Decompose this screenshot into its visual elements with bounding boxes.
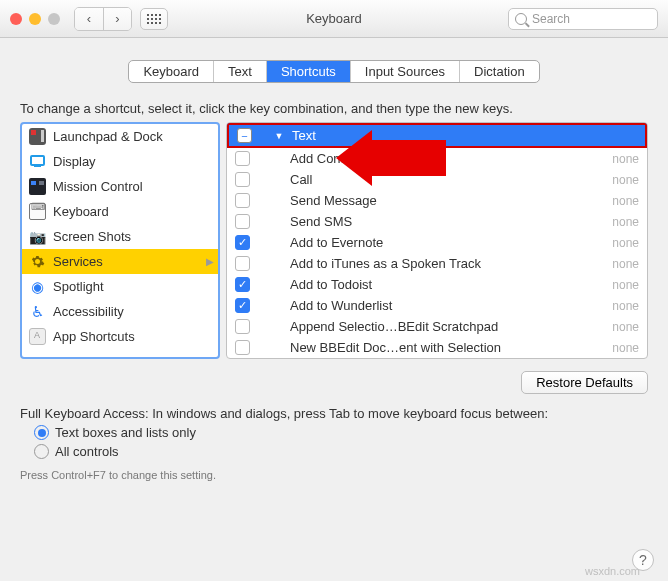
tab-text[interactable]: Text <box>213 61 266 82</box>
shortcut-value[interactable]: none <box>612 299 639 313</box>
group-checkbox[interactable]: − <box>237 128 252 143</box>
segmented-control: Keyboard Text Shortcuts Input Sources Di… <box>128 60 539 83</box>
service-row[interactable]: Send Messagenone <box>227 190 647 211</box>
shortcut-value[interactable]: none <box>612 341 639 355</box>
watermark-label: wsxdn.com <box>585 565 640 577</box>
shortcut-value[interactable]: none <box>612 215 639 229</box>
shortcut-value[interactable]: none <box>612 320 639 334</box>
service-row[interactable]: Add to iTunes as a Spoken Tracknone <box>227 253 647 274</box>
service-label: Add to Evernote <box>290 235 383 250</box>
shortcut-value[interactable]: none <box>612 257 639 271</box>
category-item-screenshots[interactable]: 📷Screen Shots <box>22 224 218 249</box>
category-label: Screen Shots <box>53 229 131 244</box>
service-label: Add to iTunes as a Spoken Track <box>290 256 481 271</box>
fka-intro-label: Full Keyboard Access: In windows and dia… <box>20 406 648 421</box>
window-title: Keyboard <box>306 11 362 26</box>
back-button[interactable]: ‹ <box>75 8 103 30</box>
service-row[interactable]: ✓Add to Evernotenone <box>227 232 647 253</box>
category-item-app-shortcuts[interactable]: App Shortcuts <box>22 324 218 349</box>
traffic-lights <box>10 13 60 25</box>
restore-defaults-button[interactable]: Restore Defaults <box>521 371 648 394</box>
service-row[interactable]: Append Selectio…BEdit Scratchpadnone <box>227 316 647 337</box>
service-checkbox[interactable] <box>235 151 250 166</box>
service-row[interactable]: New BBEdit Doc…ent with Selectionnone <box>227 337 647 358</box>
category-label: Display <box>53 154 96 169</box>
service-checkbox[interactable]: ✓ <box>235 298 250 313</box>
accessibility-icon: ♿︎ <box>29 303 46 320</box>
service-row[interactable]: ✓Add to Todoistnone <box>227 274 647 295</box>
disclosure-triangle-icon[interactable]: ▼ <box>272 131 286 141</box>
gear-icon <box>29 253 46 270</box>
fka-hint-label: Press Control+F7 to change this setting. <box>0 459 668 481</box>
tab-keyboard[interactable]: Keyboard <box>129 61 213 82</box>
service-checkbox[interactable] <box>235 172 250 187</box>
category-item-accessibility[interactable]: ♿︎Accessibility <box>22 299 218 324</box>
service-row[interactable]: ✓Add to Wunderlistnone <box>227 295 647 316</box>
service-label: Append Selectio…BEdit Scratchpad <box>290 319 498 334</box>
zoom-window-button[interactable] <box>48 13 60 25</box>
camera-icon: 📷 <box>29 228 46 245</box>
fka-option-textboxes[interactable]: Text boxes and lists only <box>34 425 648 440</box>
arrow-head-icon <box>336 130 372 186</box>
tab-shortcuts[interactable]: Shortcuts <box>266 61 350 82</box>
fka-option-label: All controls <box>55 444 119 459</box>
category-label: Keyboard <box>53 204 109 219</box>
search-placeholder: Search <box>532 12 570 26</box>
service-label: Add to Wunderlist <box>290 298 392 313</box>
shortcut-value[interactable]: none <box>612 173 639 187</box>
search-icon <box>515 13 527 25</box>
service-label: Add to Todoist <box>290 277 372 292</box>
service-checkbox[interactable] <box>235 319 250 334</box>
category-item-spotlight[interactable]: ◉Spotlight <box>22 274 218 299</box>
nav-group: ‹ › <box>74 7 132 31</box>
service-checkbox[interactable] <box>235 193 250 208</box>
minimize-window-button[interactable] <box>29 13 41 25</box>
radio-on-icon[interactable] <box>34 425 49 440</box>
search-field[interactable]: Search <box>508 8 658 30</box>
keyboard-icon <box>29 203 46 220</box>
mission-control-icon <box>29 178 46 195</box>
instructions-label: To change a shortcut, select it, click t… <box>0 83 668 122</box>
tab-dictation[interactable]: Dictation <box>459 61 539 82</box>
show-all-button[interactable] <box>140 8 168 30</box>
category-label: Spotlight <box>53 279 104 294</box>
shortcut-value[interactable]: none <box>612 278 639 292</box>
category-item-display[interactable]: Display <box>22 149 218 174</box>
category-label: Accessibility <box>53 304 124 319</box>
radio-off-icon[interactable] <box>34 444 49 459</box>
service-label: Send SMS <box>290 214 352 229</box>
service-row[interactable]: Send SMSnone <box>227 211 647 232</box>
category-item-launchpad[interactable]: Launchpad & Dock <box>22 124 218 149</box>
spotlight-icon: ◉ <box>29 278 46 295</box>
launchpad-icon <box>29 128 46 145</box>
category-label: Launchpad & Dock <box>53 129 163 144</box>
category-item-keyboard[interactable]: Keyboard <box>22 199 218 224</box>
service-label: Call <box>290 172 312 187</box>
shortcut-value[interactable]: none <box>612 152 639 166</box>
service-checkbox[interactable]: ✓ <box>235 277 250 292</box>
category-label: Services <box>53 254 103 269</box>
service-checkbox[interactable]: ✓ <box>235 235 250 250</box>
chevron-right-icon: › <box>115 11 119 26</box>
service-checkbox[interactable] <box>235 214 250 229</box>
category-label: App Shortcuts <box>53 329 135 344</box>
group-label: Text <box>292 128 316 143</box>
tab-input-sources[interactable]: Input Sources <box>350 61 459 82</box>
titlebar: ‹ › Keyboard Search <box>0 0 668 38</box>
category-list[interactable]: Launchpad & Dock Display Mission Control… <box>20 122 220 359</box>
arrow-body <box>372 140 446 176</box>
close-window-button[interactable] <box>10 13 22 25</box>
chevron-left-icon: ‹ <box>87 11 91 26</box>
shortcut-value[interactable]: none <box>612 194 639 208</box>
category-item-services[interactable]: Services ▶ <box>22 249 218 274</box>
display-icon <box>30 155 45 166</box>
tabs-row: Keyboard Text Shortcuts Input Sources Di… <box>0 60 668 83</box>
forward-button[interactable]: › <box>103 8 131 30</box>
service-checkbox[interactable] <box>235 340 250 355</box>
category-item-mission-control[interactable]: Mission Control <box>22 174 218 199</box>
shortcut-value[interactable]: none <box>612 236 639 250</box>
service-checkbox[interactable] <box>235 256 250 271</box>
fka-option-all[interactable]: All controls <box>34 444 648 459</box>
chevron-right-icon: ▶ <box>206 256 214 267</box>
category-label: Mission Control <box>53 179 143 194</box>
